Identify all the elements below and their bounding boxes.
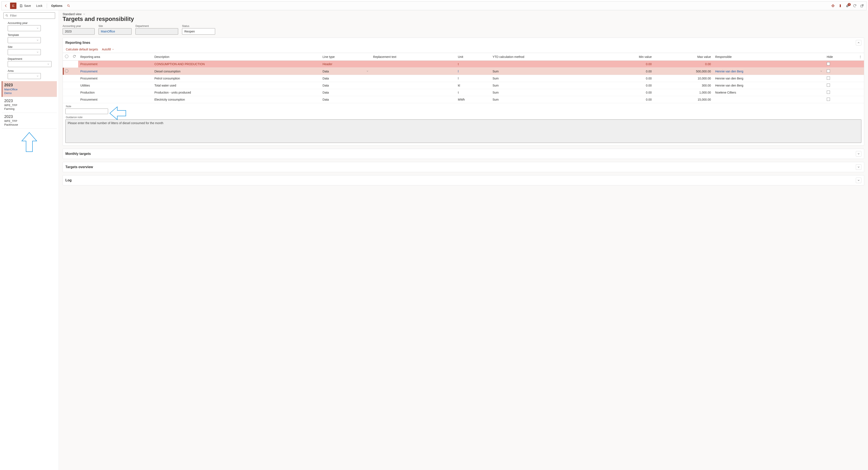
lock-button[interactable]: Lock [34,3,45,9]
cell-description[interactable]: Diesel consumption [152,68,320,75]
cell-ytd[interactable]: Sum [490,82,601,89]
cell-responsible[interactable]: Noelene Cilliers [713,89,825,96]
cell-ytd[interactable]: Sum [490,89,601,96]
col-refresh[interactable] [70,53,78,61]
cell-line-type[interactable]: Data [320,68,371,75]
cell-max[interactable]: 500,000.00 [654,68,713,75]
cell-line-type[interactable]: Data [320,75,371,82]
table-row[interactable]: ProductionProduction - units producedDat… [63,89,864,96]
related-info-button[interactable] [830,3,836,9]
hdr-site-value[interactable]: MainOffice [98,28,132,35]
cell-description[interactable]: CONSUMPTION AND PRODUCTION [152,61,320,68]
back-button[interactable] [3,3,9,9]
cell-replacement[interactable] [371,96,456,103]
view-switcher[interactable]: Standard view [63,12,864,16]
calc-default-targets-button[interactable]: Calculate default targets [66,48,98,51]
cell-min[interactable]: 0.00 [601,68,654,75]
table-row[interactable]: ProcurementCONSUMPTION AND PRODUCTIONHea… [63,61,864,68]
cell-max[interactable]: 10,000.00 [654,75,713,82]
record-list-item[interactable]: 2023MainOfficeDemo [2,81,57,97]
row-selector[interactable] [63,75,70,82]
cell-hide[interactable] [825,96,857,103]
cell-min[interactable]: 0.00 [601,89,654,96]
chevron-down-icon[interactable] [820,70,823,73]
collapse-toggle[interactable] [856,40,861,45]
cell-max[interactable]: 300.00 [654,82,713,89]
side-accounting-year-select[interactable] [8,25,41,31]
cell-responsible[interactable]: Hennie van den Berg [713,82,825,89]
cell-max[interactable]: 15,000.00 [654,96,713,103]
row-refresh[interactable] [70,89,78,96]
cell-min[interactable]: 0.00 [601,82,654,89]
cell-reporting-area[interactable]: Procurement [78,96,152,103]
cell-description[interactable]: Petrol consumption [152,75,320,82]
row-selector[interactable] [63,89,70,96]
record-list-item[interactable]: 2023WFE_TFPPackhouse [2,113,57,129]
cell-reporting-area[interactable]: Procurement [78,75,152,82]
record-list-item[interactable]: 2023WFE_TFPFarming [2,97,57,113]
cell-description[interactable]: Total water used [152,82,320,89]
table-row[interactable]: ProcurementDiesel consumptionDatalSum0.0… [63,68,864,75]
cell-replacement[interactable] [371,82,456,89]
cell-ytd[interactable] [490,61,601,68]
autofill-button[interactable]: Autofill [102,48,114,51]
cell-description[interactable]: Electricity consumption [152,96,320,103]
list-view-button[interactable] [10,3,17,9]
cell-unit[interactable]: kl [456,82,490,89]
col-reporting-area[interactable]: Reporting area [78,53,152,61]
row-refresh[interactable] [70,61,78,68]
row-refresh[interactable] [70,68,78,75]
col-select[interactable] [63,53,70,61]
cell-unit[interactable]: MWh [456,96,490,103]
cell-reporting-area[interactable]: Procurement [78,61,152,68]
cell-unit[interactable]: l [456,68,490,75]
expand-toggle[interactable] [856,164,861,170]
cell-unit[interactable]: t [456,89,490,96]
cell-line-type[interactable]: Data [320,89,371,96]
row-refresh[interactable] [70,96,78,103]
options-button[interactable]: Options [49,3,65,9]
expand-toggle[interactable] [856,178,861,183]
refresh-button[interactable] [851,3,858,9]
table-row[interactable]: ProcurementElectricity consumptionDataMW… [63,96,864,103]
col-hide[interactable]: Hide [825,53,857,61]
note-input[interactable] [65,108,108,114]
cell-responsible[interactable] [713,96,825,103]
cell-ytd[interactable]: Sum [490,75,601,82]
cell-hide[interactable] [825,61,857,68]
col-unit[interactable]: Unit [456,53,490,61]
section-header-overview[interactable]: Targets overview [63,162,864,172]
cell-ytd[interactable]: Sum [490,68,601,75]
cell-max[interactable]: 1,000.00 [654,89,713,96]
filter-input-wrap[interactable] [3,12,55,19]
cell-responsible[interactable]: Hennie van den Berg [713,68,825,75]
col-description[interactable]: Description [152,53,320,61]
section-header-log[interactable]: Log [63,176,864,185]
cell-reporting-area[interactable]: Utilities [78,82,152,89]
expand-toggle[interactable] [856,151,861,157]
cell-line-type[interactable]: Header [320,61,371,68]
section-header-monthly[interactable]: Monthly targets [63,149,864,159]
cell-hide[interactable] [825,82,857,89]
col-more[interactable]: ⋮ [857,53,864,61]
row-selector[interactable] [63,61,70,68]
attachments-button[interactable]: 0 [844,3,851,9]
row-refresh[interactable] [70,82,78,89]
cell-max[interactable]: 0.00 [654,61,713,68]
cell-replacement[interactable] [371,89,456,96]
row-selector[interactable] [63,96,70,103]
cell-hide[interactable] [825,75,857,82]
cell-unit[interactable]: l [456,75,490,82]
side-site-select[interactable] [8,49,41,55]
cell-reporting-area[interactable]: Production [78,89,152,96]
col-ytd[interactable]: YTD calculation method [490,53,601,61]
cell-responsible[interactable] [713,61,825,68]
col-line-type[interactable]: Line type [320,53,371,61]
cell-description[interactable]: Production - units produced [152,89,320,96]
side-department-select[interactable] [8,61,52,67]
side-template-select[interactable] [8,37,41,43]
side-area-select[interactable] [8,73,41,79]
cell-hide[interactable] [825,89,857,96]
cell-line-type[interactable]: Data [320,82,371,89]
table-row[interactable]: ProcurementPetrol consumptionDatalSum0.0… [63,75,864,82]
